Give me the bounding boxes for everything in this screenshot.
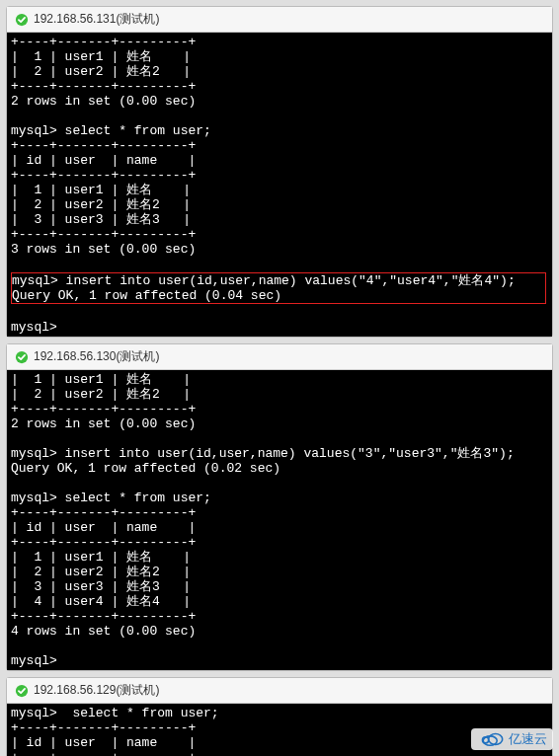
terminal-line: mysql> select * from user; xyxy=(11,123,548,138)
cloud-logo-icon xyxy=(477,730,505,748)
terminal-line xyxy=(11,639,548,653)
terminal-line: | 1 | user1 | 姓名 | xyxy=(11,372,548,387)
watermark: 亿速云 xyxy=(471,728,553,750)
terminal-line: mysql> select * from user; xyxy=(11,706,548,720)
terminal-line: mysql> insert into user(id,user,name) va… xyxy=(11,446,548,461)
terminal-line: | 2 | user2 | 姓名2 | xyxy=(11,64,548,79)
terminal-line xyxy=(11,305,548,320)
terminal-line: 4 rows in set (0.00 sec) xyxy=(11,624,548,639)
terminal-line: | 4 | user4 | 姓名4 | xyxy=(11,594,548,609)
terminal-line xyxy=(11,109,548,123)
check-icon xyxy=(15,684,29,698)
terminal-output[interactable]: | 1 | user1 | 姓名 || 2 | user2 | 姓名2 |+--… xyxy=(7,370,552,670)
terminal-line: +----+-------+---------+ xyxy=(11,609,548,624)
terminal-line: | 1 | user1 | 姓名 | xyxy=(11,49,548,64)
terminal-line: +----+-------+---------+ xyxy=(11,35,548,49)
terminal-panel: 192.168.56.131(测试机) +----+-------+------… xyxy=(6,6,553,338)
terminal-line: | 3 | user3 | 姓名3 | xyxy=(11,212,548,227)
highlighted-block: mysql> insert into user(id,user,name) va… xyxy=(11,272,546,304)
terminal-line: +----+-------+---------+ xyxy=(11,750,548,756)
terminal-line xyxy=(11,476,548,491)
terminal-line: +----+-------+---------+ xyxy=(11,505,548,520)
terminal-line: +----+-------+---------+ xyxy=(11,535,548,550)
terminal-line: +----+-------+---------+ xyxy=(11,227,548,242)
terminal-line: | id | user | name | xyxy=(11,153,548,168)
panel-header: 192.168.56.130(测试机) xyxy=(7,344,552,370)
terminal-line: | 2 | user2 | 姓名2 | xyxy=(11,565,548,579)
terminal-line: +----+-------+---------+ xyxy=(11,402,548,416)
terminal-line: | id | user | name | xyxy=(11,735,548,750)
terminal-line: 2 rows in set (0.00 sec) xyxy=(11,416,548,431)
host-label: 192.168.56.129(测试机) xyxy=(34,682,159,699)
terminal-line: | 2 | user2 | 姓名2 | xyxy=(11,387,548,402)
terminal-line: +----+-------+---------+ xyxy=(11,138,548,153)
terminal-line xyxy=(11,257,548,271)
terminal-line: Query OK, 1 row affected (0.04 sec) xyxy=(12,288,545,303)
terminal-line: +----+-------+---------+ xyxy=(11,168,548,183)
watermark-text: 亿速云 xyxy=(509,730,547,748)
terminal-line xyxy=(11,431,548,446)
host-label: 192.168.56.131(测试机) xyxy=(34,11,159,28)
terminal-line: mysql> xyxy=(11,320,548,335)
panel-header: 192.168.56.129(测试机) xyxy=(7,678,552,704)
host-label: 192.168.56.130(测试机) xyxy=(34,348,159,365)
terminal-line: | 3 | user3 | 姓名3 | xyxy=(11,579,548,594)
terminal-line: 3 rows in set (0.00 sec) xyxy=(11,242,548,257)
terminal-line: mysql> select * from user; xyxy=(11,491,548,505)
terminal-panel: 192.168.56.130(测试机) | 1 | user1 | 姓名 || … xyxy=(6,343,553,671)
terminal-line: | 1 | user1 | 姓名 | xyxy=(11,183,548,197)
terminal-output[interactable]: mysql> select * from user;+----+-------+… xyxy=(7,704,552,756)
terminal-line: mysql> xyxy=(11,653,548,668)
terminal-line: Query OK, 1 row affected (0.02 sec) xyxy=(11,461,548,476)
terminal-output[interactable]: +----+-------+---------+| 1 | user1 | 姓名… xyxy=(7,33,552,337)
panel-header: 192.168.56.131(测试机) xyxy=(7,7,552,33)
terminal-line: mysql> insert into user(id,user,name) va… xyxy=(12,273,545,288)
terminal-line: +----+-------+---------+ xyxy=(11,79,548,94)
terminal-line: | 2 | user2 | 姓名2 | xyxy=(11,197,548,212)
terminal-line: 2 rows in set (0.00 sec) xyxy=(11,94,548,109)
check-icon xyxy=(15,350,29,364)
check-icon xyxy=(15,13,29,27)
terminal-line: +----+-------+---------+ xyxy=(11,720,548,735)
terminal-line: | id | user | name | xyxy=(11,520,548,535)
terminal-line: | 1 | user1 | 姓名 | xyxy=(11,550,548,565)
